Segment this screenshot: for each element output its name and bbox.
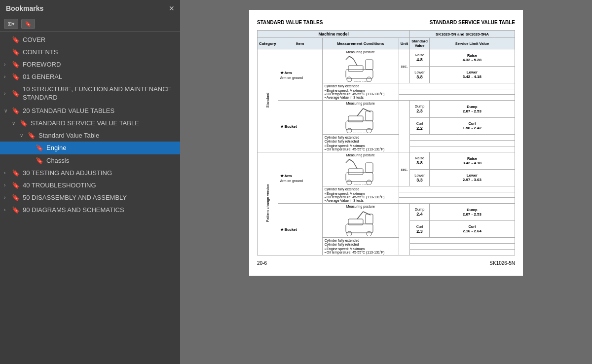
svg-line-4 <box>353 59 357 66</box>
item-label-arm-p: ★ Arm <box>280 174 320 178</box>
measure-posture-bucket-std: Measuring posture PR0030-1282 <box>322 101 399 135</box>
sidebar-label-ssvt: STANDARD SERVICE VALUE TABLE <box>31 119 176 127</box>
sidebar-item-30testing[interactable]: › 🔖 30 TESTING AND ADJUSTING <box>0 167 180 179</box>
std-val-raise-std: Raise 4.8 <box>410 49 430 67</box>
value-svc-raise-p: 3.42 - 4.18 <box>431 161 513 165</box>
bookmark-icon-10structure: 🔖 <box>12 90 20 97</box>
expand-arrow-20standard: ∨ <box>4 108 12 113</box>
sidebar-label-engine: Engine <box>46 144 169 151</box>
col-header-item: Item <box>278 38 322 49</box>
category-pattern: Pattern change version <box>258 152 278 255</box>
sidebar-item-cover[interactable]: 🔖 COVER <box>0 34 180 46</box>
item-sub-arm-p: Arm on ground <box>280 179 320 182</box>
label-svc-raise-std: Raise <box>431 53 513 58</box>
col-header-standard: Standard Value <box>410 38 430 49</box>
sidebar-item-40trouble[interactable]: › 🔖 40 TROUBLESHOOTING <box>0 179 180 191</box>
item-bucket-standard: ★ Bucket <box>278 101 322 152</box>
sidebar-item-engine[interactable]: 🔖 Engine ▶ <box>0 142 180 154</box>
posture-label-bucket: Measuring posture <box>324 102 398 105</box>
bookmark-icon-ssvt: 🔖 <box>20 119 28 127</box>
conditions-bucket-std: Engine speed: Maximum Oil temperature: 4… <box>325 144 397 151</box>
unit-bucket-std <box>399 101 410 152</box>
expand-arrow-30testing: › <box>4 170 12 176</box>
sidebar-item-10structure[interactable]: › 🔖 10 STRUCTURE, FUNCTION AND MAINTENAN… <box>0 83 180 105</box>
machine-illustration-4: PR0040-1282 <box>338 209 383 236</box>
svg-line-31 <box>363 212 370 215</box>
measure-posture-arm-std: Measuring posture <box>322 49 399 83</box>
bookmark-icon-engine: 🔖 <box>36 144 43 151</box>
machine-illustration-1: PR001-1202 <box>338 55 383 82</box>
sidebar-label-foreword: FOREWORD <box>23 61 176 68</box>
svg-line-22 <box>349 159 353 162</box>
main-table: Machine model SK1020-5N and SK1020-5NA C… <box>257 30 515 255</box>
std-val-dump-std: Dump 2.3 <box>410 101 430 118</box>
bookmark-icon-50disassembly: 🔖 <box>12 194 20 201</box>
sidebar-toolbar: ⊞ ▾ 🔖 <box>0 17 180 32</box>
svg-line-21 <box>353 162 357 169</box>
cond-1-bucket-std: Engine speed: Maximum <box>325 144 397 147</box>
label-svc-lower-std: Lower <box>431 70 513 74</box>
svg-rect-20 <box>348 169 363 175</box>
sidebar-item-20standard[interactable]: ∨ 🔖 20 STANDARD VALUE TABLES <box>0 105 180 117</box>
sidebar-item-foreword[interactable]: › 🔖 FOREWORD <box>0 58 180 71</box>
sidebar-label-40trouble: 40 TROUBLESHOOTING <box>23 182 176 189</box>
std-val-curl-std: Curl 2.2 <box>410 117 430 135</box>
table-row: ★ Bucket Measuring posture <box>258 101 515 118</box>
cyl-label-arm-std: Cylinder fully extended <box>325 84 397 88</box>
expand-arrow-foreword: › <box>4 62 12 67</box>
cyl-label-bucket-p1: Cylinder fully extended <box>325 239 397 242</box>
svg-line-5 <box>349 56 353 59</box>
sidebar-header: Bookmarks × <box>0 0 180 17</box>
expand-arrow-50disassembly: › <box>4 195 12 200</box>
label-svc-curl-p: Curl <box>431 224 513 229</box>
value-curl-std: 2.2 <box>411 126 428 131</box>
sidebar-label-90diagrams: 90 DIAGRAMS AND SCHEMATICS <box>23 206 176 214</box>
unit-bucket-p <box>399 204 410 255</box>
sidebar-item-chassis[interactable]: 🔖 Chassis <box>0 154 180 167</box>
label-curl-p: Curl <box>411 224 428 229</box>
svg-rect-7 <box>366 60 373 70</box>
table-row: ★ Bucket Measuring posture <box>258 204 515 221</box>
sidebar-item-ssvt[interactable]: ∨ 🔖 STANDARD SERVICE VALUE TABLE <box>0 117 180 129</box>
std-val-lower-p: Lower 3.3 <box>410 169 430 186</box>
list-icon: ⊞ <box>7 21 12 27</box>
svc-val-lower-std: Lower 3.42 - 4.18 <box>429 66 515 83</box>
sidebar-label-contents: CONTENTS <box>23 48 176 56</box>
sidebar-item-90diagrams[interactable]: › 🔖 90 DIAGRAMS AND SCHEMATICS <box>0 204 180 216</box>
label-svc-dump-std: Dump <box>431 105 513 109</box>
close-button[interactable]: × <box>169 4 174 13</box>
sidebar-tree: 🔖 COVER 🔖 CONTENTS › 🔖 FOREWORD › 🔖 01 G… <box>0 32 180 364</box>
sidebar-item-50disassembly[interactable]: › 🔖 50 DISASSEMBLY AND ASSEMBLY <box>0 191 180 204</box>
sidebar-item-01general[interactable]: › 🔖 01 GENERAL <box>0 71 180 83</box>
svc-val-curl-std: Curl 1.98 - 2.42 <box>429 117 515 135</box>
sidebar: Bookmarks × ⊞ ▾ 🔖 🔖 COVER 🔖 CONTENTS › 🔖 <box>0 0 180 364</box>
unit-arm-p: sec. <box>399 152 410 186</box>
sidebar-item-svt[interactable]: ∨ 🔖 Standard Value Table <box>0 129 180 142</box>
measure-posture-bucket-p: Measuring posture PR0040-1282 <box>322 204 399 238</box>
sidebar-item-contents[interactable]: 🔖 CONTENTS <box>0 46 180 58</box>
value-lower-p: 3.3 <box>411 178 428 182</box>
bookmark-icon-cover: 🔖 <box>12 36 20 43</box>
toolbar-list-button[interactable]: ⊞ ▾ <box>4 19 18 29</box>
table-row: Standard ★ Arm Arm on ground Measuring p… <box>258 49 515 67</box>
cond-2-bucket-std: Oil temperature: 45-55°C (113-131°F) <box>325 147 397 151</box>
label-svc-curl-std: Curl <box>431 121 513 126</box>
current-page-arrow: ▶ <box>171 144 176 152</box>
cyl-label-arm-p: Cylinder fully extended <box>325 187 397 191</box>
unit-arm-std: sec. <box>399 49 410 83</box>
page-title-left: STANDARD VALUE TABLES <box>257 20 323 25</box>
page-viewer[interactable]: STANDARD VALUE TABLES STANDARD SERVICE V… <box>180 0 592 364</box>
item-label-arm: ★ Arm <box>280 71 320 75</box>
svg-line-30 <box>357 212 363 219</box>
sidebar-label-cover: COVER <box>23 36 176 43</box>
item-arm-pattern: ★ Arm Arm on ground <box>278 152 322 204</box>
sidebar-label-chassis: Chassis <box>46 157 176 164</box>
label-svc-raise-p: Raise <box>431 156 513 161</box>
expand-arrow-svt: ∨ <box>20 133 28 138</box>
toolbar-bookmark-button[interactable]: 🔖 <box>21 19 35 29</box>
cond-3-arm-std: Average Value in 3 tests <box>325 96 397 99</box>
bookmark-icon-svt: 🔖 <box>28 132 36 139</box>
cond-3-arm-p: Average Value in 3 tests <box>325 199 397 202</box>
std-val-raise-p: Raise 3.8 <box>410 152 430 170</box>
svc-val-raise-std: Raise 4.32 - 5.28 <box>429 49 515 67</box>
